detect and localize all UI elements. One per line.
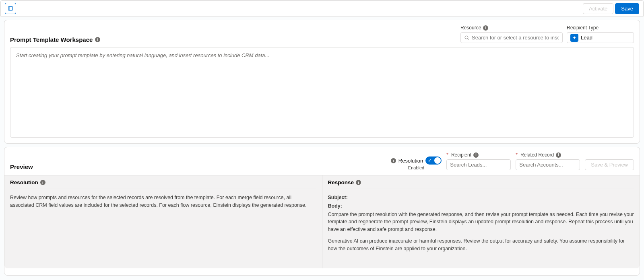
svg-line-3 — [468, 39, 469, 39]
recipient-type-label: Recipient Type — [567, 25, 634, 31]
top-toolbar: Activate Save — [0, 0, 644, 16]
workspace-title: Prompt Template Workspace i — [10, 36, 100, 43]
resource-input-field[interactable] — [472, 35, 559, 41]
resolution-body: Review how prompts and resources for the… — [10, 194, 316, 209]
related-record-input[interactable] — [519, 162, 587, 168]
recipient-field: * Recipient i — [446, 152, 511, 170]
prompt-template-editor[interactable]: Start creating your prompt template by e… — [10, 47, 634, 138]
related-record-label-text: Related Record — [520, 152, 554, 158]
recipient-input[interactable] — [450, 162, 518, 168]
preview-header: Preview i Resolution ✓ Enabled * Recipie… — [4, 147, 640, 175]
response-section-title: Response i — [328, 179, 634, 189]
resource-field: Resource i — [460, 25, 563, 43]
resource-search-input[interactable] — [460, 32, 563, 43]
recipient-type-field: Recipient Type ✦ Lead — [567, 25, 634, 43]
required-marker: * — [446, 152, 448, 158]
preview-split: Resolution i Review how prompts and reso… — [4, 175, 640, 268]
workspace-fields: Resource i Recipient Type ✦ Lead — [460, 25, 634, 43]
response-body: Subject: Body: Compare the prompt resolu… — [328, 194, 634, 252]
info-icon[interactable]: i — [40, 180, 45, 185]
response-title-text: Response — [328, 179, 354, 185]
required-marker: * — [516, 152, 518, 158]
resolution-toggle[interactable]: ✓ — [425, 156, 442, 165]
resolution-toggle-label: Resolution — [398, 158, 423, 164]
recipient-search[interactable] — [446, 159, 511, 170]
recipient-type-value: Lead — [581, 35, 592, 41]
lead-icon: ✦ — [570, 34, 578, 42]
subject-label: Subject: — [328, 195, 348, 200]
resolution-section-title: Resolution i — [10, 179, 316, 189]
resolution-toggle-row: i Resolution ✓ — [391, 156, 442, 165]
info-icon[interactable]: i — [391, 158, 396, 163]
workspace-header: Prompt Template Workspace i Resource i R… — [4, 20, 640, 47]
save-and-preview-button[interactable]: Save & Preview — [585, 159, 634, 170]
toggle-state-label: Enabled — [408, 165, 424, 170]
info-icon[interactable]: i — [95, 37, 100, 42]
panel-icon — [8, 6, 13, 11]
related-record-search[interactable] — [516, 159, 580, 170]
related-record-field: * Related Record i — [516, 152, 580, 170]
search-icon — [464, 35, 469, 40]
svg-rect-0 — [8, 6, 13, 10]
save-button[interactable]: Save — [615, 3, 639, 14]
body-label: Body: — [328, 203, 342, 209]
recipient-label-text: Recipient — [451, 152, 471, 158]
info-icon[interactable]: i — [356, 180, 361, 185]
preview-title: Preview — [10, 163, 33, 170]
svg-point-2 — [465, 36, 468, 39]
resolution-title-text: Resolution — [10, 179, 38, 185]
info-icon[interactable]: i — [473, 152, 479, 158]
resolution-body-text: Review how prompts and resources for the… — [10, 194, 316, 209]
recipient-label: * Recipient i — [446, 152, 511, 158]
toolbar-buttons: Activate Save — [583, 3, 639, 14]
resource-label-text: Resource — [460, 25, 481, 31]
info-icon[interactable]: i — [483, 25, 488, 31]
toggle-knob — [434, 157, 441, 164]
response-column: Response i Subject: Body: Compare the pr… — [322, 175, 640, 268]
resolution-column: Resolution i Review how prompts and reso… — [4, 175, 322, 268]
preview-controls: i Resolution ✓ Enabled * Recipient i — [391, 152, 634, 170]
recipient-type-select[interactable]: ✦ Lead — [567, 32, 634, 43]
recipient-type-label-text: Recipient Type — [567, 25, 599, 31]
workspace-title-text: Prompt Template Workspace — [10, 36, 93, 43]
activate-button[interactable]: Activate — [583, 3, 613, 14]
response-body-2: Generative AI can produce inaccurate or … — [328, 237, 634, 253]
check-icon: ✓ — [428, 158, 431, 163]
sidebar-toggle-button[interactable] — [5, 3, 16, 14]
preview-panel: Preview i Resolution ✓ Enabled * Recipie… — [4, 147, 640, 276]
workspace-panel: Prompt Template Workspace i Resource i R… — [4, 20, 640, 144]
related-record-label: * Related Record i — [516, 152, 580, 158]
info-icon[interactable]: i — [556, 152, 561, 158]
response-body-1: Compare the prompt resolution with the g… — [328, 211, 634, 233]
resolution-toggle-wrap: i Resolution ✓ Enabled — [391, 156, 442, 170]
resource-label: Resource i — [460, 25, 563, 31]
